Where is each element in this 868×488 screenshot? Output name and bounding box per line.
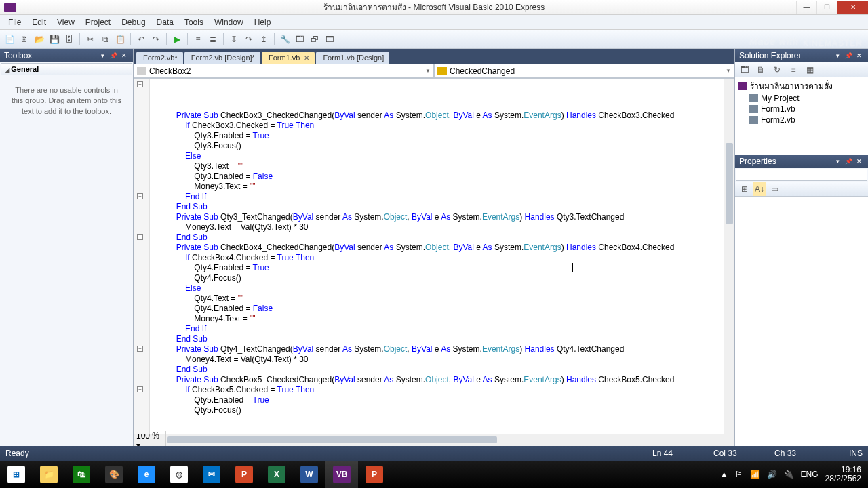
word-icon[interactable]: W — [293, 461, 326, 488]
view-code-icon[interactable]: ≡ — [787, 63, 800, 77]
scrollbar-thumb[interactable] — [167, 436, 497, 443]
powerpoint-icon[interactable]: P — [228, 461, 260, 488]
close-icon[interactable]: ✕ — [854, 158, 864, 165]
outline-collapse-icon[interactable]: − — [137, 81, 143, 87]
menu-file[interactable]: File — [3, 16, 26, 28]
categorized-icon[interactable]: ⊞ — [738, 182, 751, 196]
paint-icon[interactable]: 🎨 — [98, 461, 130, 488]
menu-edit[interactable]: Edit — [26, 16, 52, 28]
outline-collapse-icon[interactable]: − — [137, 346, 143, 352]
vb-icon[interactable]: VB — [326, 461, 358, 488]
class-dropdown[interactable]: CheckBox2▼ — [134, 64, 434, 78]
menu-project[interactable]: Project — [80, 16, 116, 28]
close-icon[interactable]: ✕ — [854, 52, 864, 59]
save-icon[interactable]: 💾 — [47, 33, 61, 46]
project-node[interactable]: ร้านมาลินอาหารตามสั่ง — [736, 79, 867, 93]
close-button[interactable]: ✕ — [837, 1, 868, 14]
outline-gutter[interactable]: −−−−− — [134, 79, 150, 434]
file-explorer-icon[interactable]: 📁 — [33, 461, 65, 488]
properties-header[interactable]: Properties ▾ 📌 ✕ — [735, 155, 868, 168]
paste-icon[interactable]: 📋 — [113, 33, 127, 46]
show-all-icon[interactable]: 🗎 — [754, 63, 768, 77]
menu-data[interactable]: Data — [151, 16, 179, 28]
close-tab-icon[interactable]: ✕ — [304, 54, 309, 62]
dropdown-icon[interactable]: ▾ — [833, 52, 842, 59]
properties-icon[interactable]: ▭ — [768, 182, 781, 196]
save-all-icon[interactable]: 🗄 — [62, 33, 76, 46]
chrome-icon[interactable]: ◎ — [163, 461, 195, 488]
outline-collapse-icon[interactable]: − — [137, 234, 143, 240]
outline-collapse-icon[interactable]: − — [137, 193, 143, 199]
properties-icon[interactable]: 🗔 — [738, 63, 751, 77]
step-out-icon[interactable]: ↥ — [257, 33, 271, 46]
close-icon[interactable]: ✕ — [119, 52, 129, 59]
open-icon[interactable]: 📂 — [33, 33, 46, 46]
menu-help[interactable]: Help — [249, 16, 277, 28]
excel-icon[interactable]: X — [260, 461, 293, 488]
vertical-scrollbar[interactable] — [724, 79, 734, 434]
mail-icon[interactable]: ✉ — [195, 461, 228, 488]
minimize-button[interactable]: — — [796, 1, 816, 14]
scrollbar-thumb[interactable] — [726, 143, 733, 224]
tree-item[interactable]: Form2.vb — [736, 115, 867, 125]
tab-form1-vb--design-[interactable]: Form1.vb [Design] — [316, 52, 389, 64]
powerpoint-running-icon[interactable]: P — [358, 461, 391, 488]
start-button[interactable]: ⊞ — [0, 461, 33, 488]
pin-icon[interactable]: 📌 — [844, 158, 853, 165]
pin-icon[interactable]: 📌 — [844, 52, 853, 59]
outline-collapse-icon[interactable]: − — [137, 386, 143, 392]
maximize-button[interactable]: ☐ — [816, 1, 837, 14]
solution-tree[interactable]: ร้านมาลินอาหารตามสั่ง My ProjectForm1.vb… — [735, 77, 868, 155]
menu-debug[interactable]: Debug — [116, 16, 151, 28]
tool-icon[interactable]: 🗔 — [293, 33, 307, 46]
checkbox-icon — [137, 67, 146, 75]
menu-window[interactable]: Window — [209, 16, 249, 28]
action-center-icon[interactable]: 🏳 — [735, 470, 743, 479]
tray-up-icon[interactable]: ▲ — [720, 470, 728, 479]
dropdown-icon[interactable]: ▾ — [98, 52, 107, 59]
new-project-icon[interactable]: 📄 — [3, 33, 16, 46]
properties-object-dropdown[interactable] — [736, 169, 867, 181]
menu-tools[interactable]: Tools — [179, 16, 209, 28]
menu-view[interactable]: View — [52, 16, 80, 28]
step-into-icon[interactable]: ↧ — [227, 33, 241, 46]
toolbox-header[interactable]: Toolbox ▾ 📌 ✕ — [0, 49, 133, 62]
solution-header[interactable]: Solution Explorer ▾ 📌 ✕ — [735, 49, 868, 62]
properties-grid[interactable] — [735, 197, 868, 446]
horizontal-scrollbar[interactable] — [166, 436, 734, 445]
store-icon[interactable]: 🛍 — [65, 461, 98, 488]
comment-icon[interactable]: ≡ — [191, 33, 205, 46]
clock[interactable]: 19:1628/2/2562 — [825, 466, 861, 483]
pin-icon[interactable]: 📌 — [108, 52, 118, 59]
dropdown-icon[interactable]: ▾ — [833, 158, 842, 165]
view-designer-icon[interactable]: ▦ — [803, 63, 816, 77]
toolbox-category-general[interactable]: General — [1, 63, 132, 75]
cut-icon[interactable]: ✂ — [83, 33, 97, 46]
tree-item[interactable]: Form1.vb — [736, 104, 867, 115]
tab-form2-vb-[interactable]: Form2.vb* — [136, 52, 183, 64]
language-indicator[interactable]: ENG — [801, 470, 818, 479]
alphabetical-icon[interactable]: A↓ — [753, 182, 766, 196]
start-icon[interactable]: ▶ — [170, 33, 184, 46]
volume-icon[interactable]: 🔊 — [767, 470, 777, 479]
tab-form2-vb--design--[interactable]: Form2.vb [Design]* — [184, 52, 260, 64]
undo-icon[interactable]: ↶ — [134, 33, 148, 46]
tool-icon[interactable]: 🔧 — [278, 33, 292, 46]
refresh-icon[interactable]: ↻ — [770, 63, 784, 77]
method-dropdown[interactable]: CheckedChanged▼ — [434, 64, 734, 78]
network-icon[interactable]: 📶 — [750, 470, 760, 479]
code-editor[interactable]: −−−−− Private Sub CheckBox3_CheckedChang… — [134, 79, 734, 434]
add-item-icon[interactable]: 🗎 — [18, 33, 31, 46]
redo-icon[interactable]: ↷ — [149, 33, 163, 46]
code-content[interactable]: Private Sub CheckBox3_CheckedChanged(ByV… — [150, 79, 724, 434]
tree-item[interactable]: My Project — [736, 93, 867, 104]
copy-icon[interactable]: ⧉ — [98, 33, 112, 46]
tool-icon[interactable]: 🗗 — [308, 33, 321, 46]
tool-icon[interactable]: 🗖 — [323, 33, 336, 46]
power-icon[interactable]: 🔌 — [784, 470, 794, 479]
uncomment-icon[interactable]: ≣ — [206, 33, 220, 46]
ie-icon[interactable]: e — [130, 461, 163, 488]
step-over-icon[interactable]: ↷ — [242, 33, 256, 46]
tab-form1-vb[interactable]: Form1.vb✕ — [262, 52, 315, 64]
system-tray[interactable]: ▲ 🏳 📶 🔊 🔌 ENG 19:1628/2/2562 — [713, 466, 868, 483]
